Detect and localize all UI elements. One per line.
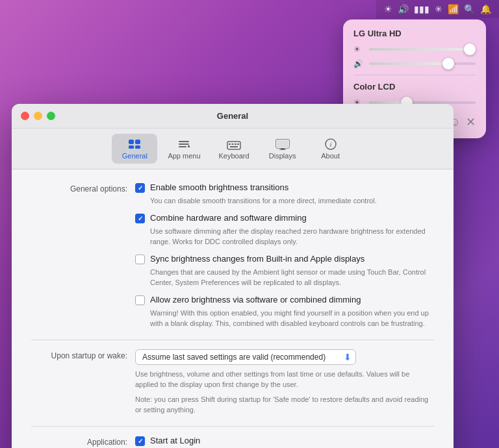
titlebar: General [12,104,454,129]
volume-slider-lg[interactable] [369,62,476,65]
general-options-label: General options: [31,182,135,193]
close-button[interactable] [21,112,29,120]
checkbox-sync-brightness[interactable] [135,255,145,264]
search-system-icon[interactable]: 🔍 [464,4,475,14]
svg-rect-13 [230,146,238,147]
tab-keyboard-label: Keyboard [219,152,250,160]
color-lcd-title: Color LCD [353,82,476,92]
volume-slider-row: 🔊 [353,59,476,68]
svg-rect-2 [129,145,134,149]
svg-rect-4 [179,141,189,142]
main-window: General General App menu [12,104,454,448]
displays-icon [275,138,290,151]
checkbox-zero-brightness-row: Allow zero brightness via software or co… [135,295,434,305]
svg-rect-18 [279,149,286,150]
divider-2 [31,426,434,427]
checkbox-combine-dimming-help: Use software dimming after the display r… [150,226,434,247]
svg-rect-3 [135,145,140,149]
brightness-icon: ☀ [353,45,364,54]
brightness-slider-row: ☀ [353,45,476,54]
application-label: Application: [31,436,135,447]
checkbox-zero-brightness[interactable] [135,295,145,305]
tab-about[interactable]: i About [308,134,353,164]
about-icon: i [323,138,339,151]
svg-rect-17 [281,148,285,149]
minimize-button[interactable] [34,112,42,120]
checkbox-combine-dimming[interactable] [135,214,145,223]
tab-keyboard[interactable]: Keyboard [211,134,257,164]
svg-rect-8 [227,142,240,149]
checkbox-smooth-brightness[interactable] [135,183,145,193]
svg-text:i: i [329,140,331,148]
startup-content: Assume last saved settings are valid (re… [135,349,434,416]
svg-rect-10 [232,143,234,145]
checkbox-sync-brightness-row: Sync brightness changes from Built-in an… [135,254,434,264]
traffic-lights [21,112,55,120]
application-content: Start at Login Automatically check for u… [135,436,434,449]
tab-about-label: About [321,152,340,160]
bluetooth-system-icon[interactable]: ✳ [435,4,442,14]
startup-help1: Use brightness, volume and other setting… [135,369,434,390]
svg-rect-6 [179,146,186,147]
checkbox-zero-brightness-label: Allow zero brightness via software or co… [150,295,361,305]
svg-rect-7 [188,145,190,147]
svg-rect-11 [235,143,237,145]
volume-icon: 🔊 [353,59,364,68]
dropdown-arrow-icon: ⬇ [344,352,352,362]
general-options-content: Enable smooth brightness transitions You… [135,182,434,329]
tab-app-menu-label: App menu [168,152,200,160]
close-popup-icon[interactable]: ✕ [466,115,476,129]
checkbox-sync-brightness-help: Changes that are caused by the Ambient l… [150,267,434,288]
svg-rect-5 [179,143,189,145]
maximize-button[interactable] [47,112,55,120]
svg-rect-0 [129,140,134,144]
tab-general-label: General [122,152,147,160]
startup-dropdown[interactable]: Assume last saved settings are valid (re… [135,349,356,365]
checkbox-combine-dimming-row: Combine hardware and software dimming [135,213,434,223]
startup-help2: Note: you can press Shift during startup… [135,394,434,416]
divider-1 [31,340,434,340]
checkbox-smooth-brightness-row: Enable smooth brightness transitions [135,182,434,193]
window-title: General [217,111,248,121]
checkbox-sync-brightness-label: Sync brightness changes from Built-in an… [150,254,365,264]
tab-displays[interactable]: Displays [260,134,305,164]
lg-title: LG Ultra HD [353,29,476,38]
tab-general[interactable]: General [112,134,157,164]
brightness-system-icon[interactable]: ☀ [384,4,392,14]
popup-divider [353,75,476,75]
wifi-system-icon[interactable]: 📶 [448,4,459,14]
general-icon [127,138,142,151]
checkbox-start-login-row: Start at Login [135,436,434,446]
checkbox-smooth-brightness-label: Enable smooth brightness transitions [150,182,288,192]
svg-rect-12 [237,143,239,145]
app-menu-icon [176,138,192,151]
volume-system-icon[interactable]: 🔊 [398,4,409,14]
brightness-slider-lg[interactable] [369,48,476,51]
application-row: Application: Start at Login Automaticall… [31,436,434,449]
startup-row: Upon startup or wake: Assume last saved … [31,349,434,416]
content: General options: Enable smooth brightnes… [12,169,454,448]
svg-rect-16 [277,140,288,147]
checkbox-combine-dimming-label: Combine hardware and software dimming [150,213,307,223]
svg-rect-1 [135,140,140,144]
checkbox-start-login[interactable] [135,436,145,446]
svg-rect-9 [229,143,231,145]
battery-system-icon[interactable]: ▮▮▮ [414,4,429,14]
tab-displays-label: Displays [269,152,296,160]
notification-system-icon[interactable]: 🔔 [480,4,491,14]
tab-app-menu[interactable]: App menu [160,134,208,164]
system-bar: ☀ 🔊 ▮▮▮ ✳ 📶 🔍 🔔 [376,0,499,18]
general-options-row: General options: Enable smooth brightnes… [31,182,434,329]
checkbox-smooth-brightness-help: You can disable smooth transitions for a… [150,195,434,206]
startup-dropdown-row: Assume last saved settings are valid (re… [135,349,434,365]
startup-label: Upon startup or wake: [31,349,135,360]
toolbar: General App menu Keyboard [12,129,454,169]
checkbox-zero-brightness-help: Warning! With this option enabled, you m… [150,308,434,329]
checkbox-start-login-label: Start at Login [150,436,200,445]
startup-dropdown-value: Assume last saved settings are valid (re… [142,353,326,362]
keyboard-icon [226,138,242,151]
